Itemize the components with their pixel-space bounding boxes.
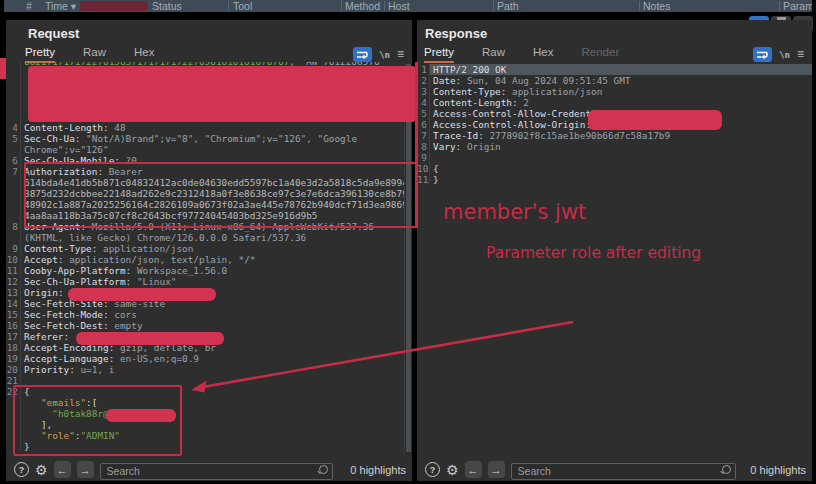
column-header-tool[interactable]: Tool [233, 0, 252, 12]
search-icon [319, 465, 328, 474]
column-header-path[interactable]: Path [497, 0, 519, 12]
response-panel: Response PrettyRawHexRender \n ≡ 1HTTP/2… [417, 20, 812, 458]
highlight-count: 0 highlights [350, 464, 406, 476]
code-line: 16Sec-Fetch-Dest: empty [6, 320, 412, 331]
newline-toggle-icon[interactable]: \n [779, 50, 790, 60]
newline-toggle-icon[interactable]: \n [379, 50, 390, 60]
help-icon[interactable]: ? [425, 462, 440, 477]
tab-hex[interactable]: Hex [533, 46, 553, 61]
tab-raw[interactable]: Raw [482, 46, 505, 61]
line-number: 3 [417, 86, 427, 97]
prev-match-button[interactable]: ← [54, 461, 71, 478]
next-match-button[interactable]: → [77, 461, 94, 478]
authorization-outline [24, 162, 417, 228]
line-number: 12 [6, 276, 18, 287]
line-number: 9 [6, 243, 18, 254]
line-number: 13 [6, 287, 18, 298]
referer-redaction [76, 332, 224, 345]
gear-icon[interactable]: ⚙ [446, 463, 459, 477]
line-number: 8 [417, 141, 427, 152]
line-number [6, 199, 18, 210]
line-number: 1 [417, 64, 427, 75]
line-number [6, 188, 18, 199]
code-line: 10{ [417, 163, 812, 174]
request-editor-icons: \n ≡ [353, 47, 404, 62]
left-edge-mark [0, 58, 6, 79]
editor-menu-icon[interactable]: ≡ [397, 47, 404, 62]
column-header-status[interactable]: Status [152, 0, 182, 12]
editor-menu-icon[interactable]: ≡ [797, 47, 804, 62]
code-line: Chrome";v="126" [6, 144, 412, 155]
code-line: 15Sec-Fetch-Mode: cors [6, 309, 412, 320]
column-header-param-c[interactable]: Param C [783, 0, 812, 12]
prev-match-button[interactable]: ← [465, 461, 482, 478]
tab-raw[interactable]: Raw [83, 46, 106, 61]
code-line: 9Content-Type: application/json [6, 243, 412, 254]
column-separator [639, 1, 640, 11]
line-number: 16 [6, 320, 18, 331]
line-number: 17 [6, 331, 18, 342]
search-input[interactable] [100, 463, 333, 480]
tab-render[interactable]: Render [582, 46, 620, 61]
line-number: 5 [417, 108, 427, 119]
highlight-count: 0 highlights [750, 464, 806, 476]
tab-pretty[interactable]: Pretty [25, 46, 55, 63]
line-number [6, 210, 18, 221]
request-panel-title: Request [28, 26, 79, 41]
code-line: 7Trace-Id: 2778902f8c15ae1be90b66d7c58a1… [417, 130, 812, 141]
line-number [6, 100, 18, 111]
code-line: 19Accept-Language: en-US,en;q=0.9 [6, 353, 412, 364]
line-number [6, 67, 18, 78]
line-number: 4 [6, 122, 18, 133]
line-number: 7 [6, 166, 18, 177]
line-number [6, 111, 18, 122]
column-separator [341, 1, 342, 11]
code-line: 2Date: Sun, 04 Aug 2024 09:51:45 GMT [417, 75, 812, 86]
code-line: (KHTML, like Gecko) Chrome/126.0.0.0 Saf… [6, 232, 412, 243]
code-line: 9 [417, 152, 812, 163]
code-line: 1HTTP/2 200 OK [417, 64, 812, 75]
response-origin-redaction [588, 110, 722, 130]
request-scrollbar[interactable] [404, 64, 412, 454]
code-line: 4Content-Length: 2 [417, 97, 812, 108]
search-input[interactable] [511, 463, 736, 480]
line-number: 19 [6, 353, 18, 364]
line-number: 5 [6, 133, 18, 144]
column-header-notes[interactable]: Notes [643, 0, 670, 12]
code-line: 5Sec-Ch-Ua: "Not/A)Brand";v="8", "Chromi… [6, 133, 412, 144]
column-separator [779, 1, 780, 11]
column-separator [228, 1, 229, 11]
line-number [6, 177, 18, 188]
search-box [511, 461, 736, 478]
column-header--[interactable]: # [26, 0, 32, 12]
code-line: 3Content-Type: application/json [417, 86, 812, 97]
line-number: 10 [417, 163, 427, 174]
request-top-redaction [28, 66, 416, 122]
line-number [6, 144, 18, 155]
soft-wrap-icon[interactable] [753, 47, 772, 62]
header-time-redaction [80, 1, 148, 11]
line-number: 4 [417, 97, 427, 108]
soft-wrap-icon[interactable] [353, 47, 372, 62]
line-number [6, 232, 18, 243]
next-match-button[interactable]: → [488, 461, 505, 478]
request-tabs: PrettyRawHex [25, 46, 183, 63]
tab-pretty[interactable]: Pretty [424, 46, 454, 63]
help-icon[interactable]: ? [14, 462, 29, 477]
column-header-host[interactable]: Host [388, 0, 410, 12]
column-header-time-[interactable]: Time ▾ [45, 0, 76, 12]
code-line: 10Accept: application/json, text/plain, … [6, 254, 412, 265]
line-number: 7 [417, 130, 427, 141]
column-header-method[interactable]: Method [345, 0, 380, 12]
line-number: 6 [417, 119, 427, 130]
response-search-toolbar: ? ⚙ ← → 0 highlights [417, 458, 812, 481]
code-line: 4Content-Length: 48 [6, 122, 412, 133]
line-number [6, 78, 18, 89]
response-panel-title: Response [425, 26, 487, 41]
gear-icon[interactable]: ⚙ [35, 463, 48, 477]
response-tabs: PrettyRawHexRender [424, 46, 647, 63]
tab-hex[interactable]: Hex [134, 46, 154, 61]
line-number: 11 [417, 174, 427, 185]
origin-redaction [68, 288, 216, 301]
scrollbar-thumb[interactable] [406, 64, 411, 452]
